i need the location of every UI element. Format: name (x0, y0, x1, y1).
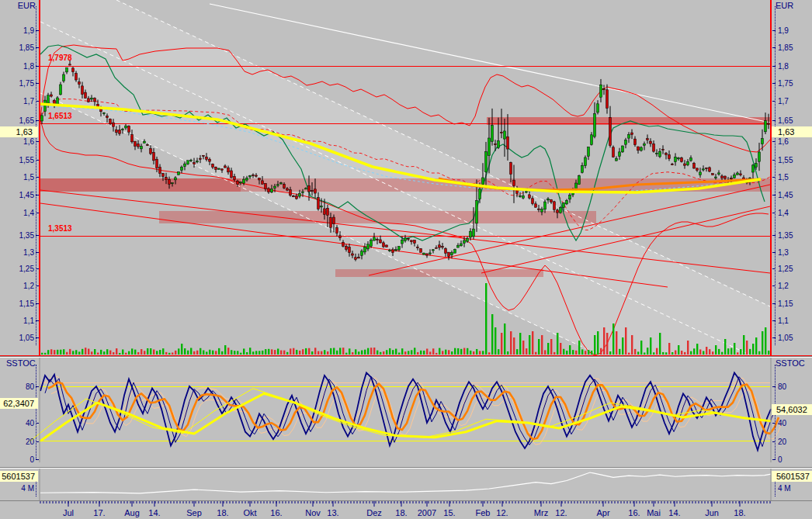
candle-body (510, 162, 512, 174)
stochastic-indicator-plot[interactable] (0, 358, 812, 463)
volume-bar (311, 351, 313, 355)
volume-bar (134, 350, 136, 355)
candle-body (703, 169, 705, 170)
candle-body (168, 179, 171, 184)
candle-body (352, 254, 354, 255)
volume-bar (404, 351, 406, 355)
price-axis-gutter-left[interactable]: 1,91,851,81,751,71,651,61,551,51,451,41,… (0, 0, 39, 519)
price-tick-label-left: 1,5 (0, 173, 34, 182)
date-axis-label: 13. (327, 508, 338, 517)
volume-bar (296, 350, 297, 355)
date-axis-label: 17. (93, 508, 105, 517)
volume-bar (538, 339, 540, 355)
date-axis-label: 14. (668, 508, 680, 517)
candle-body (491, 126, 494, 142)
volume-bar (467, 348, 468, 355)
candle-body (392, 250, 394, 253)
candle-body (678, 158, 680, 159)
candle-body (327, 208, 329, 215)
volume-bar (106, 349, 108, 355)
volume-bar (370, 348, 372, 355)
candle-body (606, 90, 609, 109)
volume-bar (547, 343, 549, 355)
candle-body (637, 147, 640, 151)
volume-indicator-plot[interactable] (0, 469, 812, 500)
volume-bar (44, 353, 46, 355)
candle-body (755, 164, 758, 168)
price-chart-plot[interactable] (0, 0, 812, 356)
volume-bar (367, 348, 369, 355)
candle-body (448, 252, 450, 256)
candle-body (721, 176, 724, 178)
volume-bar (91, 351, 92, 355)
candle-body (513, 180, 515, 185)
candle-body (144, 141, 146, 143)
candle-body (324, 209, 326, 215)
volume-bar (193, 351, 195, 355)
volume-bar (122, 349, 123, 355)
sstoc-value-badge-left: 62,3407 (0, 398, 38, 409)
volume-bar (290, 348, 291, 355)
candle-body (227, 168, 230, 172)
candle-body (454, 250, 456, 254)
candle-body (429, 253, 432, 254)
candle-body (330, 217, 332, 227)
volume-bar (557, 333, 558, 355)
volume-bar (522, 341, 524, 355)
volume-bar (609, 351, 611, 355)
volume-bar (454, 348, 456, 355)
volume-bar (678, 345, 679, 355)
volume-bar (597, 331, 599, 355)
volume-bar (535, 352, 536, 355)
sstoc-tick-label-left: 80 (0, 382, 34, 391)
volume-bar (302, 349, 304, 355)
date-axis[interactable]: Jul17.Aug14.Sep18.Okt16.Nov13.Dez18.2007… (0, 501, 812, 519)
volume-bar (628, 353, 630, 355)
volume-bar (218, 348, 220, 355)
candle-body (467, 238, 469, 241)
axis-tick-mark (36, 459, 39, 460)
candle-body (277, 185, 279, 185)
candle-body (457, 245, 460, 247)
date-axis-label: 12. (555, 508, 567, 517)
volume-bar (147, 348, 148, 355)
volume-bar (656, 348, 658, 355)
candle-body (463, 240, 466, 243)
candle-body (768, 123, 770, 124)
volume-bar (333, 348, 335, 355)
volume-bar (274, 350, 276, 355)
volume-bar (168, 353, 170, 355)
sstoc-tick-label-left: 40 (0, 419, 34, 427)
price-axis-gutter-right[interactable]: 1,91,851,81,751,71,651,61,551,51,451,41,… (772, 0, 812, 519)
sstoc-tick-label-right: 0 (778, 455, 783, 464)
candle-body (404, 238, 407, 241)
volume-bar (572, 350, 574, 355)
candle-body (535, 204, 537, 207)
candle-body (252, 175, 255, 175)
axis-dotted-ruler (36, 365, 36, 459)
volume-bar (417, 352, 418, 355)
candle-body (398, 247, 401, 250)
candle-body (88, 99, 90, 102)
candle-body (215, 167, 217, 169)
candle-body (377, 239, 379, 240)
candle-body (712, 174, 714, 175)
volume-bar (637, 351, 639, 355)
candle-body (106, 116, 109, 118)
price-tick-label-right: 1,5 (778, 173, 789, 182)
volume-bar (128, 351, 130, 355)
last-price-badge-right: 1,63 (772, 126, 812, 137)
sstoc-tick-label-right: 80 (778, 382, 786, 391)
volume-bar (594, 335, 595, 355)
volume-bar (78, 351, 80, 355)
volume-bar (541, 335, 543, 355)
candle-body (485, 151, 488, 171)
volume-bar (190, 348, 192, 355)
volume-bar (743, 335, 744, 355)
candle-body (644, 144, 646, 145)
candle-body (616, 158, 618, 161)
candle-body (60, 85, 62, 95)
candle-body (358, 258, 360, 258)
candle-body (460, 244, 463, 246)
candle-body (740, 174, 742, 175)
